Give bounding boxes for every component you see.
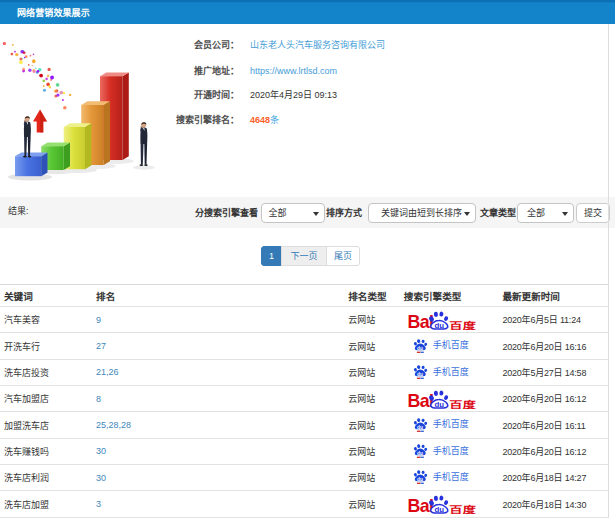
svg-text:du: du: [417, 451, 423, 456]
svg-text:Bai: Bai: [408, 312, 434, 330]
svg-text:du: du: [417, 345, 423, 350]
svg-text:百度: 百度: [449, 320, 476, 330]
svg-text:百度: 百度: [449, 504, 476, 514]
svg-text:du: du: [417, 424, 423, 429]
svg-text:Bai: Bai: [408, 496, 434, 514]
svg-text:du: du: [435, 321, 445, 330]
svg-text:du: du: [435, 400, 445, 409]
svg-text:du: du: [417, 477, 423, 482]
svg-text:du: du: [417, 372, 423, 377]
svg-text:Bai: Bai: [408, 391, 434, 409]
svg-text:百度: 百度: [449, 399, 476, 409]
svg-text:du: du: [435, 505, 445, 514]
